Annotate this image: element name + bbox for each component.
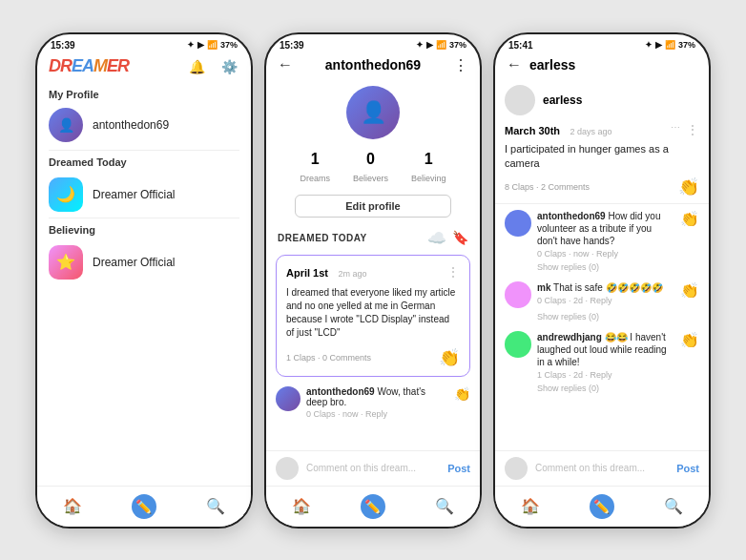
status-bar-1: 15:39 ✦ ▶ 📶 37% bbox=[37, 34, 251, 52]
nav-search-3[interactable]: 🔍 bbox=[661, 494, 686, 519]
dream-text: I dreamed that everyone liked my article… bbox=[286, 286, 460, 340]
comment-meta-1: 0 Claps · now · Reply bbox=[306, 409, 448, 419]
settings-icon[interactable]: ⚙️ bbox=[218, 56, 239, 77]
dreamed-today-label: Dreamed Today bbox=[37, 151, 251, 172]
p2-header: ← antonthedon69 ⋮ bbox=[266, 52, 480, 80]
comment-item-1: antonthedon69 How did you volunteer as a… bbox=[495, 204, 709, 260]
time-3: 15:41 bbox=[508, 40, 533, 51]
p3-username: earless bbox=[529, 57, 697, 73]
comment-item-avatar-1 bbox=[505, 210, 531, 237]
post-clap-emoji[interactable]: 👏 bbox=[678, 176, 699, 197]
status-bar-3: 15:41 ✦ ▶ 📶 37% bbox=[495, 34, 709, 52]
profile-row[interactable]: 👤 antonthedon69 bbox=[37, 104, 251, 150]
share-icon[interactable]: ⋯ bbox=[671, 122, 680, 137]
dream-footer: 1 Claps · 0 Comments 👏 bbox=[286, 347, 460, 368]
nav-home-1[interactable]: 🏠 bbox=[60, 494, 85, 519]
header-icons: 🔔 ⚙️ bbox=[186, 56, 239, 77]
post-button-3[interactable]: Post bbox=[676, 463, 699, 474]
post-button[interactable]: Post bbox=[447, 463, 470, 474]
nav-home-2[interactable]: 🏠 bbox=[289, 494, 314, 519]
dream-card-header: April 1st 2m ago ⋮ bbox=[286, 263, 460, 280]
dream-ago: 2m ago bbox=[338, 269, 366, 279]
notification-icon[interactable]: 🔔 bbox=[186, 56, 207, 77]
stat-dreams-label: Dreams bbox=[300, 174, 330, 183]
post-more-icon[interactable]: ⋮ bbox=[686, 122, 699, 137]
dream-card: April 1st 2m ago ⋮ I dreamed that everyo… bbox=[276, 255, 470, 377]
comment-item-body-2: mk That is safe 🤣🤣🤣🤣🤣 0 Claps · 2d · Rep… bbox=[537, 281, 671, 305]
post-user-avatar bbox=[505, 85, 535, 115]
post-ago: 2 days ago bbox=[570, 127, 612, 136]
nav-create-2[interactable]: ✏️ bbox=[361, 494, 385, 519]
comment-input-avatar-3 bbox=[505, 457, 528, 480]
time-1: 15:39 bbox=[51, 40, 75, 51]
stat-believers-label: Believers bbox=[353, 174, 388, 183]
dreamer-logo: DREAMER bbox=[49, 56, 129, 76]
bottom-nav-1: 🏠 ✏️ 🔍 bbox=[37, 486, 251, 527]
believing-row[interactable]: ⭐ Dreamer Official bbox=[37, 239, 251, 285]
comment-item-avatar-3 bbox=[505, 331, 531, 358]
back-button-3[interactable]: ← bbox=[507, 56, 522, 73]
comment-item-body-3: andrewdhjang 😂😂 I haven't laughed out lo… bbox=[537, 331, 671, 380]
back-button-2[interactable]: ← bbox=[278, 56, 293, 73]
comment-clap-icon-1[interactable]: 👏 bbox=[680, 210, 699, 228]
nav-home-3[interactable]: 🏠 bbox=[518, 494, 543, 519]
stat-believing-num: 1 bbox=[411, 151, 446, 168]
comment-row-1: antonthedon69 Wow, that's deep bro. 0 Cl… bbox=[266, 381, 480, 425]
post-date: March 30th bbox=[505, 125, 560, 136]
status-icons-3: ✦ ▶ 📶 37% bbox=[645, 40, 695, 50]
stat-dreams: 1 Dreams bbox=[300, 151, 330, 185]
comment-clap-1[interactable]: 👏 bbox=[454, 386, 470, 402]
comment-item-meta-3: 1 Claps · 2d · Reply bbox=[537, 370, 671, 380]
profile-name: antonthedon69 bbox=[93, 118, 169, 132]
comment-clap-icon-2[interactable]: 👏 bbox=[680, 281, 699, 300]
profile-stats: 1 Dreams 0 Believers 1 Believing bbox=[266, 143, 480, 191]
more-button-2[interactable]: ⋮ bbox=[453, 56, 468, 74]
edit-profile-button[interactable]: Edit profile bbox=[295, 195, 451, 218]
p2-username: antonthedon69 bbox=[300, 57, 446, 73]
comment-input[interactable]: Comment on this dream... bbox=[306, 463, 440, 473]
dreamed-today-section-label: DREAMED TODAY bbox=[278, 233, 422, 243]
post-stats: 8 Claps · 2 Comments bbox=[505, 182, 590, 192]
comment-item-meta-2: 0 Claps · 2d · Reply bbox=[537, 296, 671, 305]
post-footer: 8 Claps · 2 Comments 👏 bbox=[505, 176, 699, 197]
nav-search-1[interactable]: 🔍 bbox=[203, 494, 228, 519]
comment-item-body-1: antonthedon69 How did you volunteer as a… bbox=[537, 210, 671, 259]
comment-input-row-3: Comment on this dream... Post bbox=[495, 450, 709, 486]
clap-emoji[interactable]: 👏 bbox=[439, 347, 460, 368]
dreamed-brand: Dreamer Official bbox=[93, 188, 175, 201]
nav-create-3[interactable]: ✏️ bbox=[590, 494, 614, 519]
status-icons-1: ✦ ▶ 📶 37% bbox=[187, 40, 238, 50]
cloud-icon: ☁️ bbox=[427, 229, 446, 247]
stat-dreams-num: 1 bbox=[300, 151, 330, 168]
show-replies-3[interactable]: Show replies (0) bbox=[495, 382, 709, 397]
show-replies-1[interactable]: Show replies (0) bbox=[495, 260, 709, 276]
phone-1: 15:39 ✦ ▶ 📶 37% DREAMER 🔔 ⚙️ My Profile … bbox=[35, 32, 253, 529]
show-replies-2[interactable]: Show replies (0) bbox=[495, 310, 709, 325]
time-2: 15:39 bbox=[280, 40, 304, 51]
p1-header: DREAMER 🔔 ⚙️ bbox=[37, 52, 251, 83]
dream-claps: 1 Claps · 0 Comments bbox=[286, 353, 371, 363]
status-icons-2: ✦ ▶ 📶 37% bbox=[416, 40, 466, 50]
profile-avatar-large: 👤 bbox=[346, 86, 400, 139]
comment-avatar-1 bbox=[276, 386, 300, 411]
comment-clap-icon-3[interactable]: 👏 bbox=[680, 331, 699, 349]
dream-date: April 1st bbox=[286, 267, 328, 279]
nav-create-1[interactable]: ✏️ bbox=[132, 494, 156, 519]
p3-header: ← earless bbox=[495, 52, 709, 79]
dreamed-today-row[interactable]: 🌙 Dreamer Official bbox=[37, 172, 251, 218]
comments-section: antonthedon69 How did you volunteer as a… bbox=[495, 204, 709, 449]
status-bar-2: 15:39 ✦ ▶ 📶 37% bbox=[266, 34, 480, 52]
post-card-header: March 30th 2 days ago ⋯ ⋮ bbox=[505, 121, 699, 138]
believing-label: Believing bbox=[37, 218, 251, 239]
stat-believers: 0 Believers bbox=[353, 151, 388, 185]
dream-more-icon[interactable]: ⋮ bbox=[446, 264, 460, 280]
bottom-nav-2: 🏠 ✏️ 🔍 bbox=[266, 486, 480, 527]
bottom-nav-3: 🏠 ✏️ 🔍 bbox=[495, 486, 709, 527]
comment-input-row: Comment on this dream... Post bbox=[266, 450, 480, 486]
comment-input-3[interactable]: Comment on this dream... bbox=[535, 463, 669, 473]
dreamed-today-header: DREAMED TODAY ☁️ 🔖 bbox=[266, 221, 480, 251]
stat-believing-label: Believing bbox=[411, 174, 446, 183]
nav-search-2[interactable]: 🔍 bbox=[432, 494, 457, 519]
comment-item-text-3: andrewdhjang 😂😂 I haven't laughed out lo… bbox=[537, 331, 671, 368]
comment-item-3: andrewdhjang 😂😂 I haven't laughed out lo… bbox=[495, 325, 709, 382]
